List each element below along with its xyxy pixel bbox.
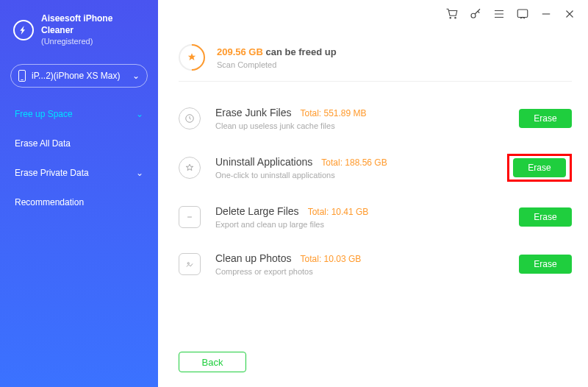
- chevron-down-icon: ⌄: [136, 109, 143, 119]
- brand-title: Aiseesoft iPhone Cleaner: [41, 13, 145, 36]
- row-desc: One-click to uninstall applications: [215, 171, 507, 180]
- brand: Aiseesoft iPhone Cleaner (Unregistered): [0, 13, 158, 58]
- document-icon: [179, 206, 201, 228]
- main-content: 209.56 GB can be freed up Scan Completed…: [158, 0, 588, 387]
- row-desc: Compress or export photos: [215, 267, 519, 276]
- row-large-files: Delete Large FilesTotal: 10.41 GB Export…: [179, 194, 572, 241]
- divider: [179, 81, 572, 82]
- scan-progress-icon: [179, 44, 205, 71]
- close-icon[interactable]: [563, 7, 576, 21]
- feedback-icon[interactable]: [516, 7, 529, 21]
- sidebar-item-label: Recommendation: [15, 197, 84, 207]
- erase-button[interactable]: Erase: [513, 158, 566, 177]
- svg-point-0: [471, 13, 476, 18]
- highlight-box: Erase: [507, 154, 572, 182]
- erase-button[interactable]: Erase: [519, 207, 572, 227]
- brand-text: Aiseesoft iPhone Cleaner (Unregistered): [41, 13, 145, 46]
- scan-summary: 209.56 GB can be freed up Scan Completed: [179, 44, 572, 71]
- sidebar-item-recommendation[interactable]: Recommendation: [0, 188, 158, 217]
- svg-rect-1: [517, 10, 528, 18]
- svg-point-3: [187, 263, 189, 264]
- row-uninstall-apps: Uninstall ApplicationsTotal: 188.56 GB O…: [179, 142, 572, 194]
- device-label: iP...2)(iPhone XS Max): [32, 71, 132, 81]
- scan-status: Scan Completed: [217, 60, 337, 69]
- chevron-down-icon: ⌄: [132, 71, 140, 81]
- row-title: Clean up Photos: [215, 252, 292, 264]
- row-title: Delete Large Files: [215, 205, 299, 217]
- clock-icon: [179, 107, 201, 129]
- brand-subtitle: (Unregistered): [41, 36, 145, 46]
- phone-icon: [18, 70, 26, 82]
- sidebar: Aiseesoft iPhone Cleaner (Unregistered) …: [0, 0, 158, 387]
- device-selector[interactable]: iP...2)(iPhone XS Max) ⌄: [10, 64, 148, 88]
- row-desc: Clean up useless junk cache files: [215, 121, 519, 130]
- chevron-down-icon: ⌄: [136, 168, 143, 178]
- row-total: Total: 10.03 GB: [301, 254, 362, 264]
- menu-icon[interactable]: [492, 7, 506, 21]
- row-total: Total: 10.41 GB: [308, 207, 369, 217]
- sidebar-item-freeup[interactable]: Free up Space ⌄: [0, 99, 158, 129]
- sidebar-item-erase-private[interactable]: Erase Private Data ⌄: [0, 158, 158, 188]
- erase-button[interactable]: Erase: [519, 109, 572, 128]
- minimize-icon[interactable]: [539, 7, 553, 21]
- row-title: Erase Junk Files: [215, 107, 291, 118]
- star-icon: [179, 157, 201, 179]
- freeable-size: 209.56 GB: [217, 46, 263, 57]
- cart-icon[interactable]: [445, 7, 459, 21]
- brand-logo-icon: [13, 20, 34, 40]
- image-icon: [179, 253, 201, 275]
- sidebar-item-label: Erase All Data: [15, 138, 71, 149]
- row-total: Total: 188.56 GB: [321, 157, 387, 168]
- row-total: Total: 551.89 MB: [300, 108, 366, 118]
- erase-button[interactable]: Erase: [519, 255, 572, 274]
- sidebar-item-label: Erase Private Data: [15, 168, 89, 178]
- row-junk-files: Erase Junk FilesTotal: 551.89 MB Clean u…: [179, 95, 572, 142]
- back-button[interactable]: Back: [179, 352, 246, 372]
- row-photos: Clean up PhotosTotal: 10.03 GB Compress …: [179, 241, 572, 288]
- row-desc: Export and clean up large files: [215, 220, 519, 229]
- key-icon[interactable]: [469, 7, 482, 21]
- sidebar-item-label: Free up Space: [15, 109, 73, 119]
- freeable-suffix: can be freed up: [266, 46, 337, 57]
- row-title: Uninstall Applications: [215, 156, 312, 168]
- summary-text: 209.56 GB can be freed up Scan Completed: [217, 46, 337, 69]
- sidebar-item-erase-all[interactable]: Erase All Data: [0, 129, 158, 158]
- titlebar: [445, 7, 576, 21]
